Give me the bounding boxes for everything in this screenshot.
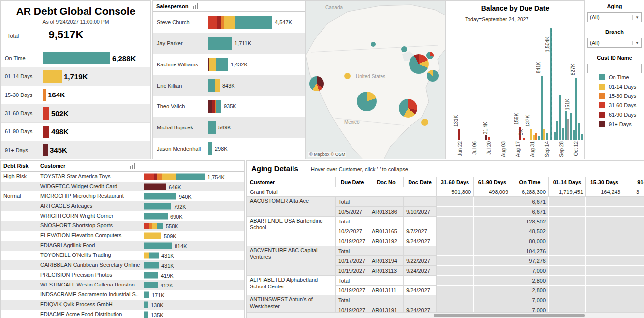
salesperson-bar-segments[interactable] bbox=[208, 142, 212, 155]
balance-bar[interactable] bbox=[535, 133, 537, 140]
customer-row[interactable]: ELEVATION Elevation Computers509K bbox=[1, 231, 244, 241]
balance-bar[interactable] bbox=[458, 129, 460, 140]
customer-bar-segments[interactable] bbox=[144, 243, 172, 249]
balance-plot-area[interactable]: 131K31.4K159K5K137K841K1,504K151K827KJun… bbox=[446, 27, 584, 140]
balance-bar[interactable] bbox=[530, 129, 532, 140]
customer-row[interactable]: PRECISION Precision Photos419K bbox=[1, 270, 244, 280]
aging-bucket-row[interactable]: 01-14 Days1,719K bbox=[1, 67, 150, 85]
customer-row[interactable]: FDIQVIK Qvik Process GmbH138K bbox=[1, 300, 244, 310]
balance-bar[interactable] bbox=[533, 135, 535, 140]
scrollbar-thumb[interactable] bbox=[434, 314, 585, 317]
legend-item[interactable]: 01-14 Days bbox=[599, 84, 636, 90]
balance-bar[interactable] bbox=[538, 136, 540, 140]
aging-filter-dropdown[interactable]: (All) ▼ bbox=[587, 12, 642, 22]
balance-bar[interactable] bbox=[559, 95, 561, 140]
aging-bucket-row[interactable]: On Time6,288K bbox=[1, 49, 150, 67]
aging-bucket-bar[interactable] bbox=[43, 52, 110, 64]
column-header[interactable]: Customer bbox=[247, 177, 336, 187]
legend-item[interactable]: 15-30 Days bbox=[599, 93, 636, 99]
aging-bucket-bar[interactable] bbox=[43, 107, 49, 120]
aging-bucket-row[interactable]: 91+ Days345K bbox=[1, 141, 150, 159]
balance-bar[interactable] bbox=[546, 133, 548, 140]
balance-bar[interactable] bbox=[581, 134, 583, 140]
sort-icon[interactable] bbox=[130, 163, 136, 170]
salesperson-row[interactable]: Kachine Williams1,432K bbox=[153, 54, 305, 75]
balance-bar[interactable] bbox=[543, 129, 545, 140]
map-pie-marker[interactable] bbox=[421, 119, 428, 126]
customer-bar-segments[interactable] bbox=[144, 213, 168, 220]
customer-bar-segments[interactable] bbox=[144, 282, 158, 288]
legend-item[interactable]: 91+ Days bbox=[599, 121, 636, 127]
customer-bar-segments[interactable] bbox=[144, 312, 148, 318]
customer-group-cell[interactable]: AACUSTOMER Alta Ace bbox=[247, 197, 336, 217]
salesperson-bar-segments[interactable] bbox=[208, 79, 220, 92]
branch-filter-dropdown[interactable]: (All) ▼ bbox=[587, 38, 642, 48]
column-header[interactable]: 31-60 Days bbox=[437, 177, 474, 187]
balance-bar[interactable] bbox=[575, 78, 577, 140]
balance-bar[interactable] bbox=[541, 76, 543, 140]
column-header[interactable]: 61-90 Days bbox=[474, 177, 511, 187]
customer-bar-segments[interactable] bbox=[144, 302, 148, 308]
customer-row[interactable]: High RiskTOYSTAR Star America Toys1,754K bbox=[1, 172, 244, 182]
column-header[interactable]: Doc Date bbox=[404, 177, 437, 187]
salesperson-bar-segments[interactable] bbox=[208, 100, 221, 113]
aging-bucket-row[interactable]: 61-90 Days498K bbox=[1, 122, 150, 140]
customer-bar-segments[interactable] bbox=[144, 193, 176, 200]
aging-bucket-bar[interactable] bbox=[43, 126, 49, 138]
customer-row[interactable]: FDIACME Acme Food Distribution135K bbox=[1, 310, 244, 318]
balance-bar[interactable] bbox=[556, 121, 558, 140]
balance-bar[interactable] bbox=[562, 128, 564, 140]
sort-icon[interactable] bbox=[193, 3, 199, 9]
customer-group-cell[interactable]: ABCVENTURE ABC Capital Ventures bbox=[247, 246, 336, 276]
column-header[interactable]: 15-30 Days bbox=[586, 177, 623, 187]
legend-item[interactable]: 61-90 Days bbox=[599, 112, 636, 118]
balance-bar[interactable] bbox=[567, 119, 569, 140]
column-header[interactable]: 91+ bbox=[623, 177, 644, 187]
balance-bar[interactable] bbox=[573, 130, 575, 140]
customer-row[interactable]: ARTCAGES Artcages792K bbox=[1, 201, 244, 211]
aging-bucket-bar[interactable] bbox=[43, 70, 62, 83]
cust-id-name-input[interactable] bbox=[587, 64, 642, 73]
customer-row[interactable]: CARIBBEAN Caribbean Secretary Online431K bbox=[1, 260, 244, 270]
legend-item[interactable]: On Time bbox=[599, 74, 636, 80]
salesperson-row[interactable]: Steve Church4,547K bbox=[153, 12, 305, 33]
aging-bucket-bar[interactable] bbox=[43, 144, 48, 156]
customer-row[interactable]: FDIAGRI Agrilink Food814K bbox=[1, 241, 244, 251]
balance-bar[interactable] bbox=[565, 111, 567, 140]
customer-bar-segments[interactable] bbox=[144, 272, 158, 279]
column-header[interactable]: 01-14 Days bbox=[549, 177, 586, 187]
map-pie-marker[interactable] bbox=[401, 46, 407, 52]
column-header[interactable]: Doc No bbox=[369, 177, 404, 187]
salesperson-bar-segments[interactable] bbox=[208, 37, 232, 50]
map-pie-marker[interactable] bbox=[357, 92, 377, 111]
salesperson-bar-segments[interactable] bbox=[208, 121, 216, 134]
customer-group-cell[interactable]: ALPHABETLD Alphabetland School Center bbox=[247, 276, 336, 295]
customer-bar-segments[interactable] bbox=[144, 262, 159, 269]
salesperson-row[interactable]: Eric Killian843K bbox=[153, 75, 305, 96]
customer-bar-segments[interactable] bbox=[144, 203, 171, 210]
customer-row[interactable]: WRIGHTCORN Wright Corner690K bbox=[1, 211, 244, 221]
salesperson-bar-segments[interactable] bbox=[208, 58, 228, 71]
customer-bar-segments[interactable] bbox=[144, 184, 166, 190]
balance-bar[interactable] bbox=[570, 113, 572, 140]
balance-bar[interactable] bbox=[523, 138, 525, 140]
customer-bar-segments[interactable] bbox=[144, 174, 205, 180]
customer-row[interactable]: TOYONEILL O'Neill's Trading431K bbox=[1, 251, 244, 260]
map-pie-marker[interactable] bbox=[426, 52, 434, 59]
horizontal-scrollbar[interactable] bbox=[247, 312, 644, 318]
customer-group-cell[interactable]: ABARTENDE USA Bartending School bbox=[247, 217, 336, 246]
map-pie-marker[interactable] bbox=[399, 99, 417, 118]
column-header[interactable]: Due Date bbox=[336, 177, 369, 187]
aging-bucket-row[interactable]: 31-60 Days502K bbox=[1, 104, 150, 122]
aging-bucket-row[interactable]: 15-30 Days164K bbox=[1, 86, 150, 104]
balance-bar[interactable] bbox=[488, 137, 490, 140]
chevron-down-icon[interactable]: ▼ bbox=[632, 41, 639, 45]
chevron-down-icon[interactable]: ▼ bbox=[632, 15, 639, 20]
customer-bar-segments[interactable] bbox=[144, 292, 149, 298]
map-pie-marker[interactable] bbox=[309, 76, 324, 91]
legend-item[interactable]: 31-60 Days bbox=[599, 102, 636, 108]
balance-bar[interactable] bbox=[578, 123, 580, 140]
map-pie-marker[interactable] bbox=[344, 73, 351, 79]
customer-row[interactable]: SNOSHORT Shortstop Sports558K bbox=[1, 221, 244, 231]
balance-bar[interactable] bbox=[554, 132, 556, 140]
